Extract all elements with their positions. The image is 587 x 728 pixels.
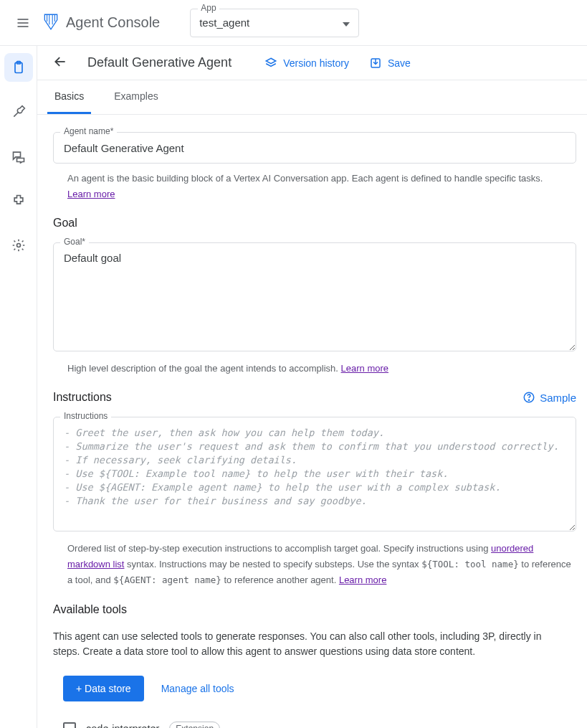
sidebar bbox=[0, 46, 37, 728]
console-logo-icon bbox=[42, 12, 60, 33]
tool-checkbox-code-interpreter[interactable] bbox=[63, 722, 76, 728]
goal-helper: High level description of the goal the a… bbox=[67, 363, 338, 374]
agent-name-input[interactable] bbox=[53, 132, 576, 164]
sidebar-item-settings[interactable] bbox=[4, 231, 33, 260]
agent-name-label: Agent name* bbox=[60, 126, 117, 136]
version-history-label: Version history bbox=[283, 57, 349, 69]
sample-button[interactable]: Sample bbox=[522, 391, 576, 404]
tool-name: code-interpreter bbox=[86, 723, 159, 728]
page-title: Default Generative Agent bbox=[87, 55, 232, 70]
goal-section-title: Goal bbox=[53, 217, 577, 230]
save-button[interactable]: Save bbox=[369, 57, 411, 70]
sidebar-item-agents[interactable] bbox=[4, 53, 33, 82]
back-button[interactable] bbox=[53, 55, 67, 71]
instructions-textarea[interactable] bbox=[53, 417, 576, 531]
tool-row: code-interpreter Extension bbox=[63, 722, 577, 728]
instructions-learn-more-link[interactable]: Learn more bbox=[339, 575, 386, 585]
extension-icon bbox=[11, 194, 26, 208]
app-selector-value: test_agent bbox=[199, 16, 249, 29]
goal-learn-more-link[interactable]: Learn more bbox=[341, 363, 388, 374]
version-history-button[interactable]: Version history bbox=[264, 57, 349, 70]
chevron-down-icon bbox=[343, 17, 350, 29]
goal-textarea[interactable]: Default goal bbox=[53, 242, 576, 351]
agent-name-helper: An agent is the basic building block of … bbox=[67, 173, 543, 184]
save-icon bbox=[369, 57, 382, 70]
svg-point-15 bbox=[529, 400, 530, 400]
instructions-helper-4: to reference another agent. bbox=[221, 575, 339, 585]
tab-basics[interactable]: Basics bbox=[47, 80, 91, 114]
help-icon bbox=[522, 391, 535, 404]
product-logo: Agent Console bbox=[42, 12, 160, 33]
instructions-helper-1: Ordered list of step-by-step execution i… bbox=[67, 543, 491, 554]
chat-icon bbox=[11, 149, 26, 164]
app-selector-label: App bbox=[198, 3, 219, 13]
sample-label: Sample bbox=[540, 392, 576, 404]
arrow-left-icon bbox=[53, 55, 67, 69]
agent-name-learn-more-link[interactable]: Learn more bbox=[67, 189, 115, 199]
menu-button[interactable] bbox=[9, 9, 37, 37]
add-data-store-button[interactable]: + Data store bbox=[63, 676, 144, 701]
save-label: Save bbox=[388, 57, 411, 69]
sidebar-item-conversations[interactable] bbox=[4, 142, 33, 171]
tool-chip: Extension bbox=[169, 722, 220, 728]
wrench-icon bbox=[11, 105, 26, 119]
layers-icon bbox=[264, 57, 277, 70]
sidebar-item-integrations[interactable] bbox=[4, 186, 33, 215]
tools-section-title: Available tools bbox=[53, 603, 577, 616]
clipboard-icon bbox=[11, 60, 26, 75]
instructions-section-title: Instructions bbox=[53, 391, 112, 404]
svg-marker-11 bbox=[266, 58, 276, 64]
goal-label: Goal* bbox=[60, 237, 89, 247]
manage-all-tools-link[interactable]: Manage all tools bbox=[161, 683, 234, 694]
tab-examples[interactable]: Examples bbox=[107, 80, 165, 114]
hamburger-icon bbox=[16, 16, 30, 30]
instructions-helper-2: syntax. Instructions may be nested to sp… bbox=[124, 559, 421, 569]
sidebar-item-tools[interactable] bbox=[4, 98, 33, 126]
tools-description: This agent can use selected tools to gen… bbox=[53, 629, 569, 660]
gear-icon bbox=[11, 238, 26, 252]
instructions-helper-mono1: ${TOOL: tool name} bbox=[421, 559, 518, 569]
instructions-helper-mono2: ${AGENT: agent name} bbox=[113, 575, 221, 585]
svg-point-9 bbox=[16, 244, 20, 247]
app-selector[interactable]: App test_agent bbox=[190, 9, 359, 37]
product-name: Agent Console bbox=[66, 14, 160, 31]
instructions-label: Instructions bbox=[60, 411, 111, 421]
